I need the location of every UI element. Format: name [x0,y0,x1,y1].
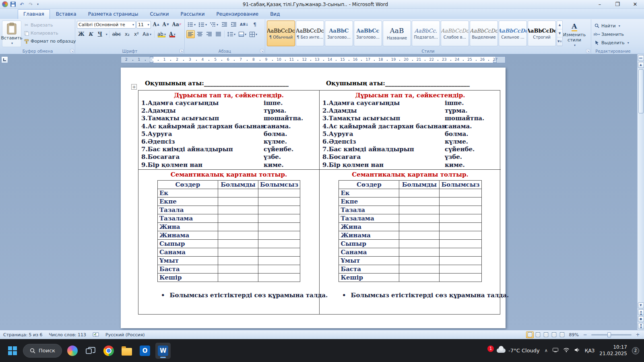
show-marks-button[interactable]: ¶ [250,21,259,29]
tab-view[interactable]: Вид [264,9,285,19]
bolymsyz-cell[interactable] [258,257,300,265]
style-normal[interactable]: AaBbCcDc¶ Обычный [267,21,295,46]
bolymdy-cell[interactable] [218,231,258,240]
match-answer[interactable]: тұрма. [445,107,467,115]
match-phrase[interactable]: 4.Ас қайырмай дастархан басынан [140,123,264,130]
bolymdy-cell[interactable] [399,265,440,274]
scroll-up-icon[interactable]: ▲ [638,62,644,68]
select-browse-object-button[interactable]: ● [638,316,644,322]
match-phrase[interactable]: 4.Ас қайырмай дастархан басынан [321,123,445,130]
bolymsyz-cell[interactable] [258,223,300,231]
match-phrase[interactable]: 2.Адамды [140,107,264,115]
bolymdy-cell[interactable] [399,214,440,223]
bolymdy-cell[interactable] [218,274,258,282]
chrome-button[interactable] [101,343,116,359]
word-cell[interactable]: Ұмыт [339,257,399,265]
tab-mailings[interactable]: Рассылки [175,9,211,19]
match-phrase[interactable]: 1.Адамға саусағыңды [140,99,264,107]
zoom-slider[interactable] [591,334,632,335]
match-phrase[interactable]: 1.Адамға саусағыңды [321,99,445,107]
text-highlight-button[interactable]: ab▾ [156,30,167,38]
draft-view-button[interactable] [558,331,566,338]
qat-customize-button[interactable]: ▾ [36,1,40,8]
bolymsyz-cell[interactable] [440,189,481,197]
match-phrase[interactable]: 7.Бас киімді айналдырып [321,146,445,153]
cut-button[interactable]: ✂Вырезать [23,21,77,29]
notification-count-badge[interactable]: 2 [632,347,639,354]
grow-font-button[interactable]: А▲ [152,21,161,29]
bolymsyz-cell[interactable] [258,231,300,240]
bullet-task-text[interactable]: Болымсыз етістіктерді сөз құрамына талда… [170,292,328,299]
maximize-button[interactable]: ❐ [609,0,626,8]
outlook-button[interactable]: O [137,343,153,359]
change-case-button[interactable]: Аа▾ [141,30,153,38]
word-count[interactable]: Число слов: 113 [49,332,87,337]
style-subtle-emphasis[interactable]: AaBbCcDcСлабое в... [441,21,469,46]
clear-formatting-button[interactable]: Аа◤ [171,21,183,29]
match-answer[interactable]: тұрма. [264,107,286,115]
subscript-button[interactable]: x₂ [123,30,131,38]
multilevel-list-button[interactable]: ▾ [209,21,219,29]
card-title[interactable]: Семантикалық картаны толтыр. [140,171,318,178]
word-cell[interactable]: Санама [339,248,399,257]
word-cell[interactable]: Кешір [339,274,399,282]
zoom-slider-thumb[interactable] [607,332,611,337]
bolymdy-cell[interactable] [399,189,440,197]
styles-dialog-launcher[interactable]: ↘ [586,49,590,53]
taskbar-search[interactable]: Поиск [23,344,62,358]
match-phrase[interactable]: 6.Әдепсіз [140,138,264,146]
previous-page-button[interactable]: ▲▲ [638,309,644,315]
match-phrase[interactable]: 5.Ауруға [140,130,264,138]
card-title[interactable]: Семантикалық картаны толтыр. [321,171,499,178]
style-intense-emphasis[interactable]: AaBbCcDcСильное ... [499,21,527,46]
font-name-combo[interactable]: Calibri (Основной те▾ [77,21,136,29]
column-header[interactable]: Болымсыз [258,181,300,189]
match-answer[interactable]: ішпе. [445,99,464,107]
fullscreen-view-button[interactable] [534,331,542,338]
gallery-down-icon[interactable]: ▼ [557,29,562,38]
bolymdy-cell[interactable] [218,189,258,197]
bolymsyz-cell[interactable] [258,206,300,214]
bolymdy-cell[interactable] [218,257,258,265]
bolymsyz-cell[interactable] [258,214,300,223]
column-header[interactable]: Болымды [218,181,258,189]
column-header[interactable]: Сөздер [339,181,399,189]
sort-button[interactable]: АЯ↓ [239,21,250,29]
exercise-title[interactable]: Дұрысын тап та, сәйкестендір. [140,92,318,99]
weather-widget[interactable]: 1 -7°C Cloudy [487,348,540,354]
match-phrase[interactable]: 3.Тамақты асығысып [140,115,264,122]
justify-button[interactable] [214,30,223,38]
scroll-down-icon[interactable]: ▼ [638,302,644,309]
tab-references[interactable]: Ссылки [144,9,174,19]
bolymsyz-cell[interactable] [258,265,300,274]
align-right-button[interactable] [205,30,213,38]
replace-button[interactable]: ab↔Заменить [593,31,633,38]
tab-page-layout[interactable]: Разметка страницы [83,9,144,19]
match-answer[interactable]: шошайтпа. [264,115,303,122]
table-move-handle-icon[interactable]: + [131,84,137,90]
next-page-button[interactable]: ▼▼ [638,323,644,329]
wifi-tray-icon[interactable] [563,348,570,354]
word-cell[interactable]: Ек [339,189,399,197]
match-answer[interactable]: сүйенбе. [445,146,475,153]
copy-button[interactable]: Копировать [23,29,77,37]
tab-insert[interactable]: Вставка [50,9,82,19]
bullet-task-text[interactable]: Болымсыз етістіктерді сөз құрамына талда… [351,292,509,299]
match-answer[interactable]: сүйенбе. [264,146,293,153]
word-cell[interactable]: Тазала [157,206,218,214]
column-header[interactable]: Сөздер [157,181,218,189]
style-strict[interactable]: AaBbCcDcСтрогий [528,21,556,46]
word-cell[interactable]: Екпе [157,197,218,206]
match-phrase[interactable]: 2.Адамды [321,107,445,115]
zoom-out-button[interactable]: − [582,332,588,338]
match-answer[interactable]: санама. [445,123,472,130]
style-no-spacing[interactable]: AaBbCcDc¶ Без инте... [296,21,324,46]
match-phrase[interactable]: 8.Босағаға [140,153,264,161]
bolymdy-cell[interactable] [399,223,440,231]
borders-button[interactable]: ▾ [248,30,258,38]
page-indicator[interactable]: Страница: 5 из 6 [3,332,43,337]
match-answer[interactable]: болма. [264,130,287,138]
font-color-button[interactable]: А▾ [168,30,177,38]
match-phrase[interactable]: 7.Бас киімді айналдырып [140,146,264,153]
file-explorer-button[interactable] [119,343,134,359]
